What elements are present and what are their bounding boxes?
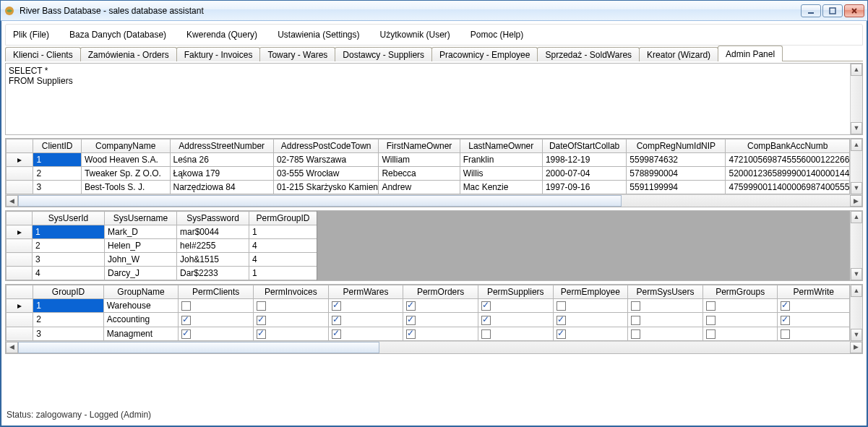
checkbox[interactable] (781, 316, 790, 325)
row-header[interactable]: ▸ (7, 225, 33, 239)
grid3-vscrollbar[interactable]: ▲ ▼ (850, 285, 862, 341)
scroll-up-icon[interactable]: ▲ (851, 211, 862, 223)
grid3-h-permgrp[interactable]: PermGroups (702, 285, 778, 299)
grid3-h-permsys[interactable]: PermSysUsers (628, 285, 703, 299)
checkbox[interactable] (406, 316, 416, 325)
grid1-h-postcode[interactable]: AddressPostCodeTown (273, 139, 378, 153)
grid3-h-permwrite[interactable]: PermWrite (778, 285, 850, 299)
table-row[interactable]: 2Accounting (7, 313, 850, 327)
cell[interactable]: 1 (33, 153, 82, 167)
grid3-corner[interactable] (7, 285, 33, 299)
cell[interactable] (403, 313, 478, 327)
scroll-left-icon[interactable]: ◀ (6, 342, 18, 353)
cell[interactable]: 47599900114000069874005556 (726, 181, 850, 194)
cell[interactable] (702, 313, 778, 327)
cell[interactable]: 5591199994 (627, 181, 726, 194)
cell[interactable]: 2 (33, 167, 82, 181)
cell[interactable]: 3 (33, 181, 82, 194)
checkbox[interactable] (332, 329, 341, 339)
row-header[interactable] (7, 267, 33, 280)
cell[interactable]: 47210056987455560001222668 (726, 153, 850, 167)
cell[interactable]: 1 (249, 267, 317, 280)
cell[interactable] (553, 299, 628, 313)
checkbox[interactable] (557, 316, 566, 325)
menu-file[interactable]: Plik (File) (10, 28, 52, 41)
tab-employee[interactable]: Pracownicy - Employee (431, 47, 538, 61)
checkbox[interactable] (631, 329, 640, 339)
grid3-h-groupid[interactable]: GroupID (33, 285, 103, 299)
tab-orders[interactable]: Zamówienia - Orders (80, 47, 177, 61)
cell[interactable] (628, 313, 703, 327)
tab-clients[interactable]: Klienci - Clients (5, 47, 81, 61)
grid2-corner[interactable] (7, 212, 33, 225)
cell[interactable]: 1 (33, 299, 103, 313)
cell[interactable] (778, 313, 850, 327)
grid1-h-bank[interactable]: CompBankAccNumb (726, 139, 850, 153)
cell[interactable]: Best-Tools S. J. (81, 181, 170, 194)
checkbox[interactable] (257, 301, 266, 311)
clients-grid[interactable]: ClientID CompanyName AddressStreetNumber… (6, 139, 850, 194)
scroll-up-icon[interactable]: ▲ (851, 64, 862, 76)
checkbox[interactable] (557, 329, 566, 339)
checkbox[interactable] (257, 329, 266, 339)
grid1-corner[interactable] (7, 139, 33, 153)
scroll-up-icon[interactable]: ▲ (851, 285, 862, 297)
table-row[interactable]: 2Tweaker Sp. Z O.O.Łąkowa 17903-555 Wroc… (7, 167, 850, 181)
checkbox[interactable] (706, 316, 716, 325)
tab-wares[interactable]: Towary - Wares (259, 47, 335, 61)
checkbox[interactable] (706, 301, 716, 311)
cell[interactable]: 1 (249, 225, 317, 239)
scroll-right-icon[interactable]: ▶ (850, 195, 862, 207)
grid1-hscrollbar[interactable]: ◀ ▶ (6, 194, 862, 207)
tab-admin[interactable]: Admin Panel (718, 46, 783, 61)
sql-vscrollbar[interactable]: ▲ ▼ (850, 64, 862, 134)
checkbox[interactable] (406, 329, 416, 339)
grid3-h-permorders[interactable]: PermOrders (403, 285, 478, 299)
cell[interactable]: Helen_P (105, 239, 177, 253)
grid1-vscrollbar[interactable]: ▲ ▼ (850, 139, 862, 194)
cell[interactable]: 03-555 Wrocław (273, 167, 378, 181)
sql-textarea[interactable] (6, 64, 850, 134)
menu-help[interactable]: Pomoc (Help) (468, 28, 526, 41)
cell[interactable] (254, 299, 329, 313)
row-header[interactable] (7, 327, 33, 340)
cell[interactable]: Managment (103, 327, 179, 340)
minimize-button[interactable] (801, 4, 821, 17)
cell[interactable] (179, 327, 254, 340)
cell[interactable]: Franklin (460, 153, 542, 167)
grid3-h-permsup[interactable]: PermSuppliers (478, 285, 553, 299)
cell[interactable] (254, 313, 329, 327)
grid1-h-reg[interactable]: CompRegNumIdNIP (627, 139, 726, 153)
cell[interactable]: Andrew (379, 181, 460, 194)
cell[interactable]: 1 (33, 225, 105, 239)
grid2-h-permgroup[interactable]: PermGroupID (249, 212, 317, 225)
checkbox[interactable] (781, 301, 790, 311)
scroll-down-icon[interactable]: ▼ (851, 182, 862, 194)
cell[interactable]: mar$0044 (177, 225, 249, 239)
scroll-right-icon[interactable]: ▶ (850, 342, 862, 353)
cell[interactable]: Leśna 26 (170, 153, 273, 167)
grid3-h-permemp[interactable]: PermEmployee (553, 285, 628, 299)
cell[interactable]: Mac Kenzie (460, 181, 542, 194)
checkbox[interactable] (406, 301, 416, 311)
checkbox[interactable] (332, 301, 341, 311)
cell[interactable]: 4 (249, 239, 317, 253)
grid2-h-userid[interactable]: SysUserId (33, 212, 105, 225)
cell[interactable] (478, 313, 553, 327)
cell[interactable] (702, 327, 778, 340)
table-row[interactable]: ▸1Warehouse (7, 299, 850, 313)
checkbox[interactable] (706, 329, 716, 339)
cell[interactable] (778, 299, 850, 313)
grid2-h-password[interactable]: SysPassword (177, 212, 249, 225)
cell[interactable]: Willis (460, 167, 542, 181)
maximize-button[interactable] (822, 4, 843, 17)
cell[interactable] (328, 313, 403, 327)
checkbox[interactable] (332, 316, 341, 325)
menu-settings[interactable]: Ustawienia (Settings) (275, 28, 362, 41)
table-row[interactable]: 3Best-Tools S. J.Narzędziowa 8401-215 Sk… (7, 181, 850, 194)
cell[interactable]: 52000123658999001400001444 (726, 167, 850, 181)
cell[interactable] (628, 299, 703, 313)
cell[interactable] (403, 327, 478, 340)
cell[interactable]: Dar$2233 (177, 267, 249, 280)
table-row[interactable]: 4Darcy_JDar$22331 (7, 267, 317, 280)
